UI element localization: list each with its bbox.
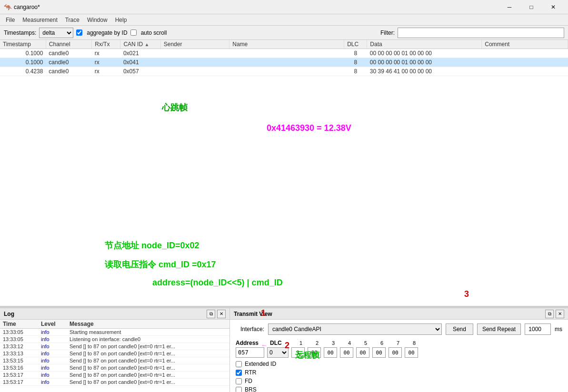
repeat-interval-input[interactable]	[525, 323, 551, 335]
app-icon: 🦘	[4, 3, 12, 11]
close-button[interactable]: ✕	[542, 0, 564, 14]
log-row[interactable]: 13:53:16 info Send [] to 87 on port cand…	[0, 364, 229, 372]
menu-measurement[interactable]: Measurement	[19, 16, 61, 24]
data-byte-4[interactable]	[340, 347, 353, 358]
timestamps-select[interactable]: delta absolute relative	[39, 28, 73, 38]
log-row[interactable]: 13:53:17 info Send [] to 87 on port cand…	[0, 379, 229, 386]
log-close-button[interactable]: ✕	[217, 310, 226, 318]
log-time: 13:33:13	[3, 351, 41, 356]
data-num-2: 2	[310, 340, 324, 346]
filter-input[interactable]	[398, 28, 564, 38]
trace-area: Timestamp Channel Rx/Tx CAN ID ▲ Sender …	[0, 40, 568, 306]
cell-timestamp: 0.1000	[0, 49, 46, 58]
rtr-checkbox[interactable]	[236, 370, 242, 376]
col-comment[interactable]: Comment	[482, 40, 568, 49]
extended-id-checkbox[interactable]	[236, 361, 242, 367]
log-row[interactable]: 13:33:05 info Listening on interface: ca…	[0, 336, 229, 343]
transmit-panel-header: Transmit View ⧉ ✕	[230, 308, 568, 320]
col-name[interactable]: Name	[229, 40, 344, 49]
log-message: Send [] to 87 on port candle0 [ext=0 rtr…	[70, 379, 227, 385]
data-byte-5[interactable]	[356, 347, 369, 358]
col-dlc[interactable]: DLC	[344, 40, 367, 49]
transmit-panel-controls: ⧉ ✕	[545, 310, 564, 318]
log-level: info	[41, 336, 70, 342]
col-timestamp[interactable]: Timestamp	[0, 40, 46, 49]
menu-trace[interactable]: Trace	[61, 16, 83, 24]
cell-rxtx: rx	[92, 67, 120, 76]
heartbeat-annotation: 心跳帧	[162, 102, 188, 113]
table-row[interactable]: 0.1000 candle0 rx 0x021 8 00 00 00 00 01…	[0, 49, 568, 58]
cell-rxtx: rx	[92, 49, 120, 58]
col-data[interactable]: Data	[367, 40, 482, 49]
col-channel[interactable]: Channel	[46, 40, 91, 49]
log-message: Listening on interface: candle0	[70, 336, 227, 342]
log-float-button[interactable]: ⧉	[207, 310, 215, 318]
cell-rxtx: rx	[92, 58, 120, 67]
log-row[interactable]: 13:33:13 info Send [] to 87 on port cand…	[0, 350, 229, 357]
app-title: cangaroo*	[14, 4, 40, 10]
auto-scroll-label: auto scroll	[141, 29, 167, 36]
log-title: Log	[4, 311, 14, 317]
fd-label: FD	[245, 378, 252, 384]
log-message: Send [] to 87 on port candle0 [ext=0 rtr…	[70, 365, 227, 371]
log-row[interactable]: 13:53:17 info Send [] to 87 on port cand…	[0, 372, 229, 379]
table-row[interactable]: 0.1000 candle0 rx 0x041 8 00 00 00 00 01…	[0, 58, 568, 67]
data-num-3: 3	[327, 340, 340, 346]
log-row[interactable]: 13:33:12 info Send [] to 87 on port cand…	[0, 343, 229, 350]
fd-checkbox[interactable]	[236, 378, 242, 384]
data-num-7: 7	[391, 340, 405, 346]
log-level: info	[41, 379, 70, 385]
log-row[interactable]: 13:53:15 info Send [] to 87 on port cand…	[0, 357, 229, 364]
filter-label: Filter:	[380, 29, 395, 36]
log-col-level: Level	[41, 321, 70, 327]
auto-scroll-checkbox[interactable]	[130, 29, 137, 36]
interface-select[interactable]: candle0 CandleAPI	[268, 323, 442, 335]
data-num-8: 8	[408, 340, 421, 346]
cell-comment	[482, 67, 568, 76]
log-message: Starting measurement	[70, 329, 227, 335]
menu-help[interactable]: Help	[111, 16, 131, 24]
data-byte-3[interactable]	[324, 347, 337, 358]
address-col-header: Address	[236, 340, 264, 346]
log-time: 13:53:15	[3, 358, 41, 363]
log-panel-header: Log ⧉ ✕	[0, 308, 229, 320]
log-level: info	[41, 329, 70, 335]
maximize-button[interactable]: □	[520, 0, 542, 14]
cell-data: 30 39 46 41 00 00 00 00	[367, 67, 482, 76]
address-input[interactable]	[236, 347, 264, 358]
data-byte-6[interactable]	[372, 347, 386, 358]
minimize-button[interactable]: ─	[498, 0, 520, 14]
log-level: info	[41, 365, 70, 371]
cell-sender	[160, 67, 229, 76]
table-row[interactable]: 0.4238 candle0 rx 0x057 8 30 39 46 41 00…	[0, 67, 568, 76]
menu-window[interactable]: Window	[83, 16, 111, 24]
rtr-row: RTR	[236, 369, 562, 376]
menu-file[interactable]: File	[2, 16, 19, 24]
cell-data: 00 00 00 00 01 00 00 00	[367, 58, 482, 67]
col-rxtx[interactable]: Rx/Tx	[92, 40, 120, 49]
brs-checkbox[interactable]	[236, 387, 242, 392]
log-row[interactable]: 13:33:05 info Starting measurement	[0, 329, 229, 336]
col-canid[interactable]: CAN ID ▲	[120, 40, 160, 49]
cell-timestamp: 0.1000	[0, 58, 46, 67]
aggregate-checkbox[interactable]	[76, 29, 82, 36]
col-sender[interactable]: Sender	[160, 40, 229, 49]
send-repeat-button[interactable]: Send Repeat	[477, 323, 521, 335]
timestamps-label: Timestamps:	[4, 29, 36, 36]
cmd-annotation: 读取电压指令 cmd_ID =0x17	[105, 259, 216, 270]
data-byte-2[interactable]	[308, 347, 321, 358]
log-rows[interactable]: 13:33:05 info Starting measurement 13:33…	[0, 329, 229, 392]
data-byte-1[interactable]	[291, 347, 305, 358]
data-byte-7[interactable]	[389, 347, 402, 358]
cell-timestamp: 0.4238	[0, 67, 46, 76]
log-time: 13:33:05	[3, 329, 41, 335]
cell-canid: 0x057	[120, 67, 160, 76]
dlc-select[interactable]: 0123 45678	[267, 347, 289, 358]
data-byte-8[interactable]	[405, 347, 418, 358]
transmit-float-button[interactable]: ⧉	[545, 310, 554, 318]
transmit-close-button[interactable]: ✕	[556, 310, 564, 318]
send-button[interactable]: Send	[446, 323, 473, 335]
log-message: Send [] to 87 on port candle0 [ext=0 rtr…	[70, 358, 227, 363]
log-level: info	[41, 343, 70, 349]
cell-name	[229, 58, 344, 67]
